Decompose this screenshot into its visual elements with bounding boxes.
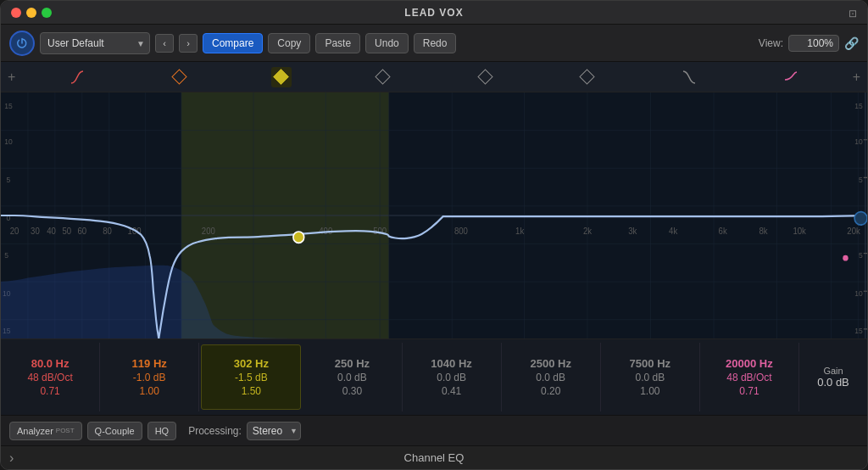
title-bar: LEAD VOX ⊡ [1,1,867,25]
add-band-left[interactable]: + [8,70,15,85]
band3-q: 1.50 [242,385,261,397]
power-button[interactable] [9,31,35,56]
band-handle-4[interactable] [373,67,393,87]
band1-freq: 80.0 Hz [31,357,70,370]
svg-text:80: 80 [103,227,112,236]
window-controls [11,8,52,18]
redo-button[interactable]: Redo [414,33,457,53]
band2-gain: -1.0 dB [133,372,166,383]
band2-freq: 119 Hz [132,357,167,370]
svg-text:1k: 1k [515,227,524,236]
add-band-right[interactable]: + [853,70,860,85]
band-info-6[interactable]: 2500 Hz 0.0 dB 0.20 [502,343,601,411]
status-arrow[interactable]: › [9,450,14,466]
link-icon[interactable]: 🔗 [844,36,859,50]
plugin-window: LEAD VOX ⊡ User Default ▼ ‹ › Compare Co… [0,0,868,470]
q-couple-button[interactable]: Q-Couple [87,422,142,440]
svg-point-60 [293,232,304,243]
svg-text:800: 800 [454,227,468,236]
compare-button[interactable]: Compare [203,33,263,53]
back-button[interactable]: ‹ [155,34,174,53]
band4-freq: 250 Hz [335,357,370,370]
processing-select[interactable]: Stereo Left Right Mid Side [247,422,301,440]
minimize-button[interactable] [26,8,36,18]
maximize-button[interactable] [42,8,52,18]
svg-point-69 [843,255,848,261]
window-title: LEAD VOX [404,7,463,19]
band6-q: 0.20 [541,385,560,397]
svg-text:15: 15 [4,102,13,110]
band-info-7[interactable]: 7500 Hz 0.0 dB 1.00 [601,343,700,411]
toolbar: User Default ▼ ‹ › Compare Copy Paste Un… [1,25,867,62]
band-info-5[interactable]: 1040 Hz 0.0 dB 0.41 [403,343,502,411]
band8-freq: 20000 Hz [726,357,773,370]
band-handle-7[interactable] [679,67,699,87]
svg-text:40: 40 [47,227,56,236]
forward-button[interactable]: › [179,34,198,53]
bottom-toolbar: Analyzer POST Q-Couple HQ Processing: St… [1,415,867,445]
svg-text:15: 15 [854,327,863,335]
svg-text:10: 10 [4,137,13,146]
expand-icon[interactable]: ⊡ [849,8,857,20]
processing-label: Processing: [188,425,242,437]
band1-gain: 48 dB/Oct [27,372,72,383]
svg-text:5: 5 [859,176,863,184]
expand-section: ⊡ [849,5,857,20]
band6-gain: 0.0 dB [536,372,565,383]
band-info-2[interactable]: 119 Hz -1.0 dB 1.00 [100,343,199,411]
eq-graph[interactable]: 20 30 40 50 60 80 100 200 400 500 800 1k… [1,92,867,339]
svg-text:10: 10 [854,289,863,298]
svg-point-68 [854,212,867,226]
svg-text:10k: 10k [793,227,806,236]
svg-text:3k: 3k [628,227,637,236]
gain-value: 0.0 dB [817,376,849,389]
band8-gain: 48 dB/Oct [726,372,771,383]
band-info-4[interactable]: 250 Hz 0.0 dB 0.30 [303,343,402,411]
view-label: View: [759,37,783,49]
band6-freq: 2500 Hz [530,357,570,370]
band4-gain: 0.0 dB [337,372,367,383]
svg-text:50: 50 [62,227,71,236]
band-handle-5[interactable] [475,67,495,87]
svg-text:5: 5 [4,251,8,260]
paste-button[interactable]: Paste [315,33,360,53]
band-info-3[interactable]: 302 Hz -1.5 dB 1.50 [201,344,301,410]
status-title: Channel EQ [404,451,465,464]
eq-svg: 20 30 40 50 60 80 100 200 400 500 800 1k… [1,92,867,339]
band7-gain: 0.0 dB [635,372,665,383]
svg-text:30: 30 [31,227,40,236]
band-info-8[interactable]: 20000 Hz 48 dB/Oct 0.71 [700,343,799,411]
svg-text:2k: 2k [583,227,592,236]
gain-label: Gain [823,366,843,376]
band5-gain: 0.0 dB [437,372,466,383]
gain-section: Gain 0.0 dB [799,343,867,411]
band8-q: 0.71 [739,385,759,397]
svg-text:15: 15 [854,102,863,110]
svg-text:5: 5 [6,176,10,184]
band-info-1[interactable]: 80.0 Hz 48 dB/Oct 0.71 [1,343,100,411]
view-input[interactable] [788,35,839,52]
band-handle-2[interactable] [169,67,189,87]
band5-freq: 1040 Hz [431,357,471,370]
band-handle-6[interactable] [576,67,597,87]
band-handle-8[interactable] [781,67,801,87]
svg-text:10: 10 [854,137,863,146]
view-section: View: 🔗 [759,35,859,52]
eq-area: + [1,62,867,415]
band4-q: 0.30 [342,385,362,397]
undo-button[interactable]: Undo [365,33,409,53]
svg-text:5: 5 [859,251,863,260]
band7-q: 1.00 [640,385,659,397]
svg-text:8k: 8k [760,227,768,236]
close-button[interactable] [11,8,21,18]
hq-button[interactable]: HQ [147,422,177,440]
band5-q: 0.41 [442,385,461,397]
analyzer-button[interactable]: Analyzer POST [9,422,82,440]
band-handle-3[interactable] [271,67,292,87]
preset-dropdown[interactable]: User Default [40,32,150,54]
svg-text:60: 60 [77,227,86,236]
band-handle-1[interactable] [67,67,87,87]
svg-text:4k: 4k [669,227,677,236]
copy-button[interactable]: Copy [268,33,310,53]
band-handles-row: + [1,62,867,92]
